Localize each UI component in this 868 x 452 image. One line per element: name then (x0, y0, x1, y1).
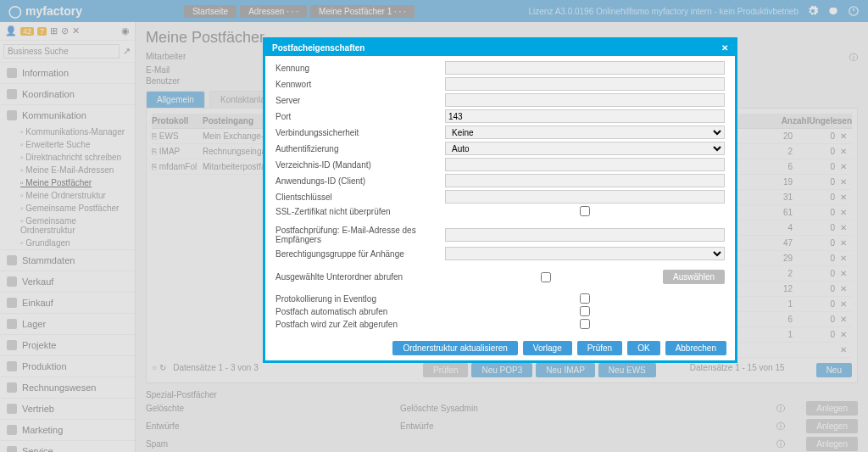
field-postfach-wird-zur-zeit-abgerufen[interactable] (580, 319, 590, 329)
field-label: Server (275, 96, 445, 105)
field-protokollierung-in-eventlog[interactable] (580, 293, 590, 304)
field-label: Authentifizierung (275, 144, 445, 153)
field-verzeichnis-id-mandant-[interactable] (445, 158, 725, 171)
field-authentifizierung[interactable]: Auto (445, 142, 725, 155)
vorlage-button[interactable]: Vorlage (523, 341, 572, 355)
field-label: Postfachprüfung: E-Mail-Adresse des Empf… (275, 226, 445, 244)
auswaehlen-button[interactable]: Auswählen (663, 270, 725, 284)
field-label: Berechtigungsgruppe für Anhänge (275, 249, 445, 259)
field-label: Kennung (275, 64, 445, 73)
field-label: Protokollierung in Eventlog (275, 294, 445, 304)
field-verbindungssicherheit[interactable]: Keine (445, 126, 725, 139)
field-label: Clientschlüssel (275, 193, 445, 202)
field-label: Verbindungssicherheit (275, 128, 445, 137)
ok-button[interactable]: OK (627, 341, 659, 355)
field-label: Verzeichnis-ID (Mandant) (275, 160, 445, 170)
field-server[interactable] (445, 93, 725, 107)
field-berechtigungsgruppe-f-r-anh-nge[interactable] (445, 247, 725, 260)
abbrechen-button[interactable]: Abbrechen (665, 341, 726, 355)
field-label: Postfach automatisch abrufen (275, 307, 445, 316)
field-label: Postfach wird zur Zeit abgerufen (275, 320, 445, 329)
field-postfach-automatisch-abrufen[interactable] (580, 306, 590, 316)
field-kennung[interactable] (445, 61, 725, 75)
field-anwendungs-id-client-[interactable] (445, 174, 725, 187)
field-port[interactable] (445, 109, 725, 123)
close-icon[interactable]: ✕ (721, 43, 728, 53)
field-ausgew-hlte-unterordner-abrufen[interactable] (541, 272, 551, 282)
field-label: Port (275, 112, 445, 121)
field-label: Kennwort (275, 80, 445, 89)
modal-title: Postfacheigenschaften (272, 43, 364, 53)
field-postfachpr-fung-e-mail-adresse-des-empf-ngers[interactable] (445, 228, 725, 242)
field-label: SSL-Zertifikat nicht überprüfen (275, 207, 445, 216)
field-label: Ausgewählte Unterordner abrufen (275, 272, 445, 282)
ordnerstruktur-aktualisieren-button[interactable]: Ordnerstruktur aktualisieren (392, 341, 517, 355)
field-clientschl-ssel[interactable] (445, 190, 725, 204)
field-label: Anwendungs-ID (Client) (275, 176, 445, 186)
field-kennwort[interactable] (445, 77, 725, 91)
field-ssl-zertifikat-nicht-berpr-fen[interactable] (580, 206, 590, 216)
modal-postfacheigenschaften: Postfacheigenschaften✕ KennungKennwortSe… (263, 37, 737, 363)
pruefen-button[interactable]: Prüfen (577, 341, 622, 355)
